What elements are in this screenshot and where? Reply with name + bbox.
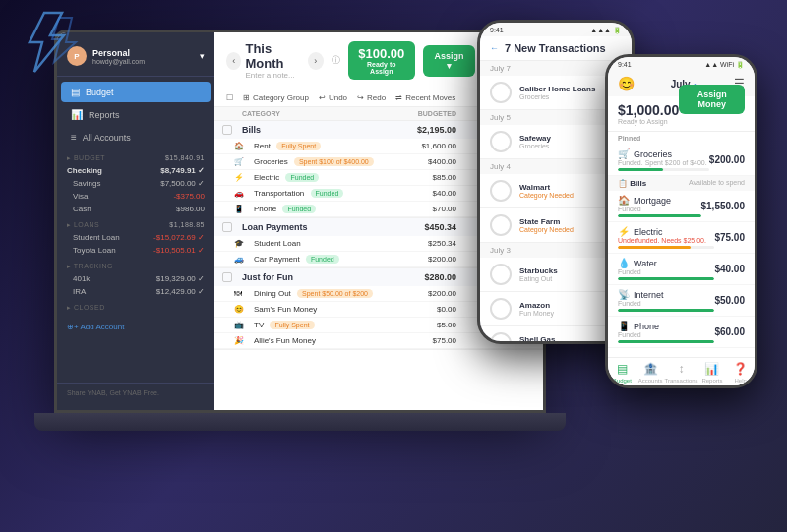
redo-label: Redo: [367, 93, 386, 102]
item-status: Funded. Spent $200 of $400.: [618, 159, 709, 166]
col-checkbox: [222, 110, 242, 117]
cat-name: TV Fully Spent: [254, 321, 378, 329]
sidebar-account-ira[interactable]: IRA $12,429.00 ✓: [57, 285, 214, 298]
app-container: P Personal howdy@yall.com ▾ ▤ Budget 📊 R…: [57, 32, 543, 410]
list-item[interactable]: 🏠 Mortgage Funded $1,550.00: [608, 191, 755, 222]
budgeted-amount: $5.00: [378, 321, 456, 329]
budgeted-amount: $40.00: [378, 189, 456, 198]
bottom-nav: ▤ Budget 🏦 Accounts ↕ Transactions 📊 Rep…: [608, 357, 755, 385]
add-account-button[interactable]: ⊕ + Add Account: [57, 318, 214, 336]
ready-info: $1,000.00 Ready to Assign: [618, 102, 679, 125]
available-label: Available to spend: [689, 179, 745, 188]
account-amount: $7,500.00 ✓: [160, 179, 205, 188]
group-name: Just for Fun: [242, 272, 378, 282]
prev-month-button[interactable]: ‹: [226, 52, 241, 70]
assign-button[interactable]: Assign ▾: [423, 45, 475, 77]
sidebar-item-reports[interactable]: 📊 Reports: [61, 104, 211, 125]
signal-icons-2: ▲▲ WiFi 🔋: [704, 61, 745, 69]
sidebar-account-cash[interactable]: Cash $986.00: [57, 203, 214, 215]
chevron-down-icon: ▾: [200, 51, 205, 61]
budget-icon: ▤: [71, 87, 80, 97]
sidebar-account-checking[interactable]: Checking $8,749.91 ✓: [57, 164, 214, 177]
account-name: Savings: [73, 179, 100, 188]
recent-moves-button[interactable]: ⇌ Recent Moves: [395, 93, 455, 102]
list-item[interactable]: 🛒 Groceries Funded. Spent $200 of $400. …: [608, 145, 755, 176]
progress-bar: [618, 309, 714, 312]
sidebar-account-visa[interactable]: Visa -$375.00: [57, 190, 214, 203]
transaction-circle: [490, 131, 512, 152]
account-name: Toyota Loan: [73, 246, 116, 255]
status-bar: 9:41 ▲▲▲ 🔋: [480, 23, 632, 36]
assign-money-button[interactable]: Assign Money: [679, 85, 745, 114]
budgeted-amount: $250.34: [378, 239, 456, 248]
account-name: IRA: [73, 287, 86, 296]
sidebar-item-all-accounts[interactable]: ≡ All Accounts: [61, 127, 211, 148]
sidebar-budget-label: Budget: [86, 88, 114, 97]
sidebar-account-toyota-loan[interactable]: Toyota Loan -$10,505.01 ✓: [57, 244, 214, 257]
laptop-screen: P Personal howdy@yall.com ▾ ▤ Budget 📊 R…: [54, 30, 546, 413]
back-button[interactable]: ←: [490, 43, 499, 53]
category-group-button[interactable]: ⊞ Category Group: [243, 93, 309, 102]
account-amount-negative: -$375.00: [173, 192, 205, 201]
assign-money-label: Assign Money: [697, 89, 727, 109]
budgeted-amount: $1,600.00: [378, 142, 456, 150]
help-nav-icon: ❓: [733, 362, 748, 376]
cat-name: Car Payment Funded: [254, 255, 378, 264]
transaction-circle: [490, 264, 512, 285]
nav-item-help[interactable]: ❓ Help: [726, 362, 755, 384]
list-item[interactable]: 📡 Internet Funded $50.00: [608, 285, 755, 317]
nav-item-transactions[interactable]: ↕ Transactions: [664, 362, 697, 384]
group-name: Loan Payments: [242, 222, 378, 232]
group-checkbox[interactable]: [222, 125, 232, 135]
sidebar-account-savings[interactable]: Savings $7,500.00 ✓: [57, 177, 214, 190]
group-checkbox[interactable]: [222, 272, 232, 282]
list-item[interactable]: 💧 Water Funded $40.00: [608, 254, 755, 285]
smiley-icon: 😊: [618, 76, 635, 91]
next-month-button[interactable]: ›: [308, 52, 323, 70]
transactions-nav-label: Transactions: [664, 378, 697, 384]
sidebar-item-budget[interactable]: ▤ Budget: [61, 82, 211, 102]
accounts-icon: ≡: [71, 132, 77, 143]
budgeted-amount: $70.00: [378, 205, 456, 213]
budgeted-amount: $85.00: [378, 173, 456, 182]
sidebar-account-student-loan[interactable]: Student Loan -$15,072.69 ✓: [57, 231, 214, 244]
plus-icon: ⊕: [67, 323, 74, 331]
row-icon: 😊: [234, 305, 254, 314]
reports-icon: 📊: [71, 109, 83, 120]
assign-label: Assign ▾: [433, 51, 465, 71]
group-budgeted: $280.00: [378, 272, 456, 282]
month-display: This Month Enter a note...: [245, 41, 304, 80]
transaction-circle: [490, 82, 512, 103]
item-name: 🏠 Mortgage: [618, 195, 701, 206]
add-account-label: + Add Account: [74, 323, 124, 331]
group-budgeted: $2,195.00: [378, 125, 456, 135]
nav-item-budget[interactable]: ▤ Budget: [608, 362, 636, 384]
budgeted-amount: $200.00: [378, 255, 456, 264]
nav-item-accounts[interactable]: 🏦 Accounts: [636, 362, 665, 384]
redo-button[interactable]: ↪ Redo: [357, 93, 386, 102]
time-display: 9:41: [490, 27, 504, 34]
account-amount-negative: -$10,505.01 ✓: [153, 246, 205, 255]
row-icon: 🎓: [234, 239, 254, 248]
grocery-icon: 🛒: [618, 148, 630, 159]
item-status: Funded: [618, 268, 714, 275]
item-name: 📡 Internet: [618, 289, 714, 300]
progress-fill: [618, 246, 691, 249]
group-checkbox[interactable]: [222, 222, 232, 232]
mortgage-icon: 🏠: [618, 195, 630, 206]
progress-fill: [618, 214, 701, 217]
phone-shell-2: 9:41 ▲▲ WiFi 🔋 😊 July ● ☰ $1,000.00 Read…: [605, 54, 757, 388]
group-name: Bills: [242, 125, 378, 135]
list-item[interactable]: 📱 Phone Funded $60.00: [608, 317, 755, 348]
undo-button[interactable]: ↩ Undo: [319, 93, 347, 102]
nav-item-reports[interactable]: 📊 Reports: [698, 362, 727, 384]
ready-amount: $100.00: [358, 46, 405, 61]
ready-label: Ready to Assign: [358, 61, 405, 75]
row-icon: ⚡: [234, 173, 254, 182]
row-icon: 📱: [234, 205, 254, 213]
phone-icon: 📱: [618, 321, 630, 331]
list-item[interactable]: ⚡ Electric Underfunded. Needs $25.00. $7…: [608, 222, 755, 254]
help-nav-label: Help: [734, 378, 746, 384]
item-left: 🛒 Groceries Funded. Spent $200 of $400.: [618, 148, 709, 171]
sidebar-account-401k[interactable]: 401k $19,329.00 ✓: [57, 272, 214, 285]
